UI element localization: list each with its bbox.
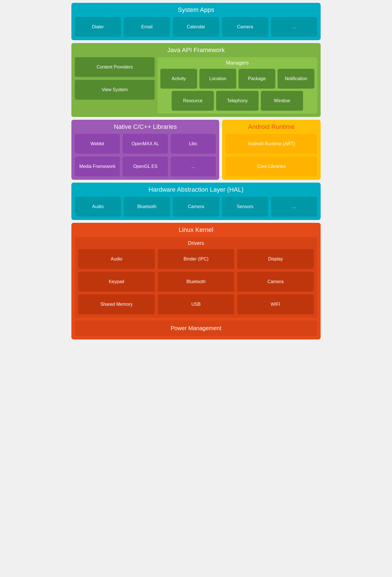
native-lib-card: ...: [171, 157, 216, 176]
manager-card: Package: [238, 69, 275, 89]
java-api-left: Content Providers View System: [75, 57, 155, 114]
linux-kernel-layer: Linux Kernel Drivers AudioBinder (IPC)Di…: [71, 223, 321, 339]
driver-card: USB: [158, 294, 235, 314]
native-libs-title: Native C/C++ Libraries: [75, 123, 216, 131]
system-app-card: Camera: [222, 17, 268, 37]
view-system-card: View System: [75, 80, 155, 100]
hal-card: Sensors: [222, 197, 268, 217]
managers-bottom-grid: ResourceTelephonyWindow: [160, 91, 314, 111]
driver-card: WIFI: [237, 294, 314, 314]
managers-title: Managers: [160, 60, 314, 66]
system-apps-title: System Apps: [75, 6, 317, 14]
android-runtime-title: Android Runtime: [225, 123, 317, 131]
system-app-card: Calendar: [173, 17, 219, 37]
linux-kernel-title: Linux Kernel: [75, 226, 317, 234]
hal-layer: Hardware Abstraction Layer (HAL) AudioBl…: [71, 183, 321, 220]
native-libs-layer: Native C/C++ Libraries WebkitOpenMAX ALL…: [71, 120, 219, 180]
driver-card: Keypad: [78, 272, 155, 292]
java-api-inner: Content Providers View System Managers A…: [75, 57, 317, 114]
manager-card: Location: [199, 69, 236, 89]
driver-card: Audio: [78, 249, 155, 269]
hal-card: Audio: [75, 197, 121, 217]
hal-card: ...: [271, 197, 317, 217]
middle-section: Native C/C++ Libraries WebkitOpenMAX ALL…: [71, 120, 321, 180]
system-app-card: ...: [271, 17, 317, 37]
driver-card: Binder (IPC): [158, 249, 235, 269]
power-management: Power Management: [75, 320, 317, 336]
android-runtime-card: Core Libraries: [225, 157, 317, 176]
hal-title: Hardware Abstraction Layer (HAL): [75, 186, 317, 193]
native-lib-card: OpenGL ES: [123, 157, 168, 176]
driver-card: Shared Memory: [78, 294, 155, 314]
native-libs-grid: WebkitOpenMAX ALLibcMedia FrameworkOpenG…: [75, 134, 216, 176]
driver-card: Camera: [237, 272, 314, 292]
drivers-grid: AudioBinder (IPC)DisplayKeypadBluetoothC…: [78, 249, 314, 314]
android-runtime-grid: Android Runtime (ART)Core Libraries: [225, 134, 317, 176]
manager-card: Resource: [172, 91, 214, 111]
manager-card: Window: [261, 91, 303, 111]
content-providers-card: Content Providers: [75, 57, 155, 77]
android-runtime-layer: Android Runtime Android Runtime (ART)Cor…: [222, 120, 321, 180]
native-lib-card: Libc: [171, 134, 216, 154]
manager-card: Activity: [160, 69, 197, 89]
system-apps-grid: DialerEmailCalendarCamera...: [75, 17, 317, 37]
hal-card: Bluetooth: [124, 197, 170, 217]
hal-card: Camera: [173, 197, 219, 217]
driver-card: Display: [237, 249, 314, 269]
native-lib-card: Media Framework: [75, 157, 120, 176]
managers-section: Managers ActivityLocationPackageNotifica…: [157, 57, 317, 114]
system-app-card: Dialer: [75, 17, 121, 37]
driver-card: Bluetooth: [158, 272, 235, 292]
native-lib-card: Webkit: [75, 134, 120, 154]
manager-card: Telephony: [216, 91, 258, 111]
drivers-section: Drivers AudioBinder (IPC)DisplayKeypadBl…: [75, 237, 317, 318]
system-apps-layer: System Apps DialerEmailCalendarCamera...: [71, 3, 321, 40]
system-app-card: Email: [124, 17, 170, 37]
java-api-title: Java API Framework: [75, 46, 317, 54]
java-api-layer: Java API Framework Content Providers Vie…: [71, 43, 321, 117]
drivers-title: Drivers: [78, 240, 314, 246]
native-lib-card: OpenMAX AL: [123, 134, 168, 154]
managers-top-grid: ActivityLocationPackageNotification: [160, 69, 314, 89]
manager-card: Notification: [278, 69, 314, 89]
android-runtime-card: Android Runtime (ART): [225, 134, 317, 154]
hal-grid: AudioBluetoothCameraSensors...: [75, 197, 317, 217]
